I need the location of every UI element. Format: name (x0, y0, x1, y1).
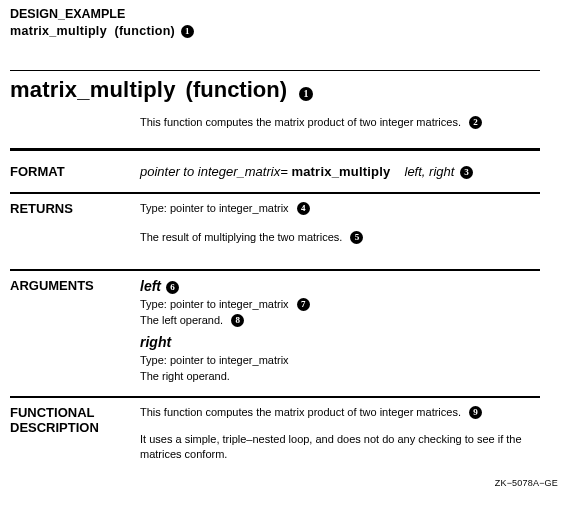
functional-p1-line: This function computes the matrix produc… (140, 405, 540, 420)
format-body: pointer to integer_matrix= matrix_multip… (140, 163, 540, 181)
arguments-label: ARGUMENTS (10, 277, 140, 294)
returns-type-value: pointer to integer_matrix (170, 202, 289, 214)
argument-item: right Type: pointer to integer_matrix Th… (140, 333, 540, 384)
callout-4-icon: 4 (297, 202, 310, 215)
argument-name-line: right (140, 333, 540, 352)
functional-label: FUNCTIONAL DESCRIPTION (10, 404, 140, 436)
callout-8-icon: 8 (231, 314, 244, 327)
format-routine-name: matrix_multiply (291, 164, 390, 179)
functional-p2-line: It uses a simple, triple–nested loop, an… (140, 432, 540, 462)
callout-7-icon: 7 (297, 298, 310, 311)
argument-desc: The right operand. (140, 370, 230, 382)
routine-title-name: matrix_multiply (10, 77, 176, 103)
arguments-body: left 6 Type: pointer to integer_matrix 7… (140, 277, 540, 390)
format-args: left, right (405, 164, 455, 179)
routine-context-kind: (function) (114, 24, 175, 38)
routine-context: matrix_multiply (function) 1 (10, 23, 540, 40)
callout-1b-icon: 1 (299, 87, 313, 101)
argument-type-line: Type: pointer to integer_matrix 7 (140, 297, 540, 312)
format-label: FORMAT (10, 163, 140, 180)
format-return-type: pointer to integer_matrix (140, 164, 280, 179)
functional-label-l2: DESCRIPTION (10, 420, 99, 435)
argument-name-line: left 6 (140, 277, 540, 296)
functional-label-l1: FUNCTIONAL (10, 405, 95, 420)
callout-6-icon: 6 (166, 281, 179, 294)
arguments-section: ARGUMENTS left 6 Type: pointer to intege… (10, 277, 540, 390)
callout-5-icon: 5 (350, 231, 363, 244)
functional-section: FUNCTIONAL DESCRIPTION This function com… (10, 404, 540, 468)
argument-type-prefix: Type: (140, 354, 170, 366)
argument-name: right (140, 334, 171, 350)
returns-desc: The result of multiplying the two matric… (140, 231, 342, 243)
functional-p2: It uses a simple, triple–nested loop, an… (140, 433, 522, 460)
returns-section: RETURNS Type: pointer to integer_matrix … (10, 200, 540, 251)
argument-type-line: Type: pointer to integer_matrix (140, 353, 540, 368)
argument-item: left 6 Type: pointer to integer_matrix 7… (140, 277, 540, 328)
returns-type-line: Type: pointer to integer_matrix 4 (140, 201, 540, 216)
argument-type-value: pointer to integer_matrix (170, 298, 289, 310)
routine-title-kind: (function) (186, 77, 287, 103)
running-header: DESIGN_EXAMPLE matrix_multiply (function… (10, 6, 540, 40)
title-row: matrix_multiply (function) 1 (10, 71, 540, 109)
callout-9-icon: 9 (469, 406, 482, 419)
callout-1-icon: 1 (181, 25, 194, 38)
figure-id: ZK−5078A−GE (10, 478, 558, 488)
overview-row: This function computes the matrix produc… (140, 115, 540, 130)
routine-context-name: matrix_multiply (10, 24, 107, 38)
argument-desc-line: The left operand. 8 (140, 313, 540, 328)
argument-type-value: pointer to integer_matrix (170, 354, 289, 366)
equals-sign: = (280, 164, 288, 179)
callout-2-icon: 2 (469, 116, 482, 129)
returns-label: RETURNS (10, 200, 140, 217)
argument-desc-line: The right operand. (140, 369, 540, 384)
returns-type-prefix: Type: (140, 202, 170, 214)
returns-desc-line: The result of multiplying the two matric… (140, 230, 540, 245)
returns-body: Type: pointer to integer_matrix 4 The re… (140, 200, 540, 251)
argument-name: left (140, 278, 161, 294)
argument-type-prefix: Type: (140, 298, 170, 310)
callout-3-icon: 3 (460, 166, 473, 179)
functional-body: This function computes the matrix produc… (140, 404, 540, 468)
functional-p1: This function computes the matrix produc… (140, 406, 461, 418)
overview-text: This function computes the matrix produc… (140, 116, 461, 128)
argument-desc: The left operand. (140, 314, 223, 326)
format-section: FORMAT pointer to integer_matrix= matrix… (10, 163, 540, 181)
module-name: DESIGN_EXAMPLE (10, 6, 540, 23)
doc-page: DESIGN_EXAMPLE matrix_multiply (function… (0, 0, 568, 496)
